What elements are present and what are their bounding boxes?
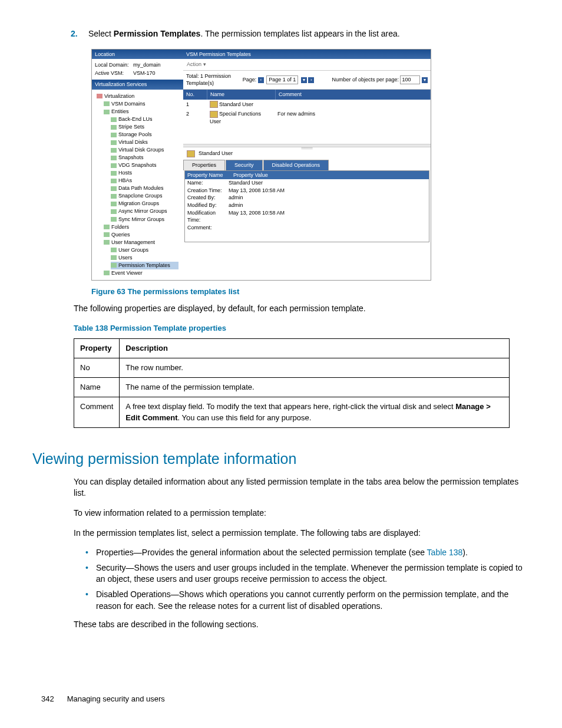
tree-node[interactable]: Sync Mirror Groups (111, 216, 178, 223)
tree-node[interactable]: Back-End LUs (111, 116, 178, 123)
tree-node[interactable]: Snapshots (111, 154, 178, 162)
paragraph: These tabs are described in the followin… (74, 619, 530, 631)
paragraph: You can display detailed information abo… (74, 476, 530, 499)
table-caption: Table 138 Permission Template properties (74, 323, 530, 334)
step-text: Select Permission Templates. The permiss… (88, 28, 530, 40)
list-body[interactable]: 1Standard User2Special Functions UserFor… (183, 100, 431, 127)
action-menu[interactable]: Action ▾ (183, 59, 431, 71)
table-link[interactable]: Table 138 (427, 548, 463, 557)
tree-node[interactable]: Stripe Sets (111, 123, 178, 131)
vserv-bar: Virtualization Services (92, 80, 183, 90)
table-row: NameThe name of the permission template. (74, 378, 510, 397)
paragraph: In the permission templates list, select… (74, 528, 530, 539)
paragraph: To view information related to a permiss… (74, 508, 530, 519)
tree-node[interactable]: Snapclone Groups (111, 192, 178, 200)
tree-node[interactable]: Event Viewer (104, 269, 178, 277)
page-footer: 342 Managing security and users (41, 694, 165, 704)
step-number: 2. (71, 28, 88, 40)
bullet-list: Properties—Provides the general informat… (85, 547, 530, 612)
tab-disabled-operations[interactable]: Disabled Operations (263, 160, 329, 170)
screenshot-figure: Location Local Domain:my_domain Active V… (91, 49, 431, 281)
tree-node[interactable]: Permission Templates (111, 262, 178, 269)
tree-node[interactable]: HBAs (111, 177, 178, 185)
tree-node[interactable]: VDG Snapshots (111, 162, 178, 169)
tree-node[interactable]: Entities (104, 108, 178, 116)
tree-node[interactable]: Virtual Disk Groups (111, 146, 178, 154)
list-item: Security—Shows the users and user groups… (85, 562, 530, 585)
intro-paragraph: The following properties are displayed, … (74, 303, 530, 315)
tree-node[interactable]: Data Path Modules (111, 185, 178, 192)
table-row[interactable]: 2Special Functions UserFor new admins (183, 109, 431, 126)
location-bar: Location (92, 50, 183, 60)
tree-node[interactable]: User Management (104, 239, 178, 246)
tree-node[interactable]: Async Mirror Groups (111, 207, 178, 215)
table-row[interactable]: 1Standard User (183, 100, 431, 110)
tree-node[interactable]: Queries (104, 231, 178, 239)
list-item: Disabled Operations—Shows which operatio… (85, 589, 530, 612)
objects-input[interactable]: 100 (400, 75, 420, 84)
pager[interactable]: Page: ‹ Page 1 of 1 ▾ › (243, 75, 315, 84)
tree-node[interactable]: User Groups (111, 246, 178, 254)
tree-node[interactable]: Virtual Disks (111, 139, 178, 146)
tree-node[interactable]: Virtualization (97, 93, 178, 100)
properties-table: PropertyDescription NoThe row number. Na… (74, 338, 510, 428)
list-item: Properties—Provides the general informat… (85, 547, 530, 559)
page-prev-button[interactable]: ‹ (258, 77, 264, 83)
tree-node[interactable]: VSM Domains (104, 100, 178, 108)
right-title: VSM Permission Templates (183, 50, 431, 60)
footer-title: Managing security and users (67, 694, 165, 703)
list-column-header[interactable]: No. Name Comment (183, 90, 431, 100)
tab-properties[interactable]: Properties (183, 160, 225, 170)
page-dropdown[interactable]: ▾ (301, 77, 307, 83)
section-heading: Viewing permission template information (32, 449, 530, 469)
figure-caption: Figure 63 The permissions templates list (91, 286, 530, 297)
tab-security[interactable]: Security (226, 160, 263, 170)
tree-node[interactable]: Storage Pools (111, 131, 178, 139)
tree-node[interactable]: Hosts (111, 169, 178, 177)
template-icon (187, 150, 195, 157)
objects-label: Number of objects per page: (332, 77, 399, 83)
tree-node[interactable]: Users (111, 254, 178, 262)
total-label: Total: 1 Permission Template(s) (186, 73, 243, 87)
table-row: CommentA free text display field. To mod… (74, 397, 510, 427)
table-row: NoThe row number. (74, 358, 510, 378)
nav-tree[interactable]: VirtualizationVSM DomainsEntitiesBack-En… (92, 90, 183, 280)
step-2: 2. Select Permission Templates. The perm… (71, 28, 530, 40)
page-number: 342 (41, 694, 65, 704)
objects-dropdown[interactable]: ▾ (422, 77, 428, 83)
tree-node[interactable]: Migration Groups (111, 200, 178, 207)
page-next-button[interactable]: › (308, 77, 314, 83)
tree-node[interactable]: Folders (104, 223, 178, 231)
